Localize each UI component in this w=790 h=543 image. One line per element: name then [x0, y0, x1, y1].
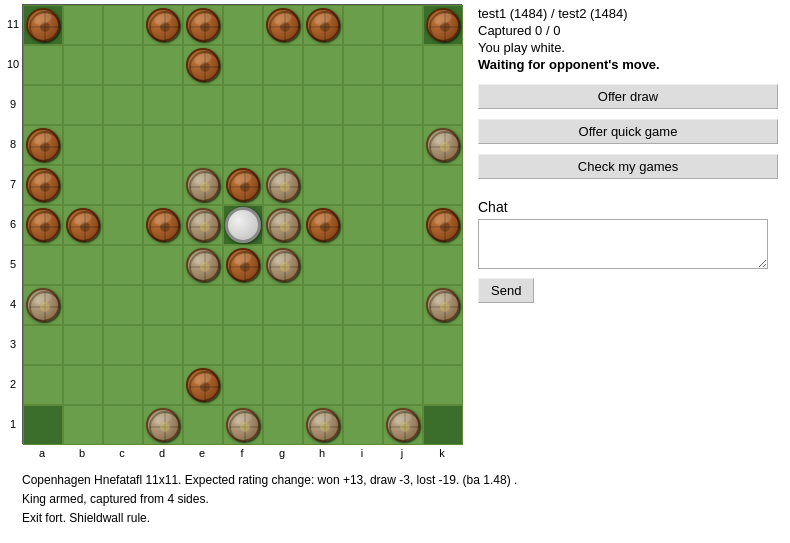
cell-0-8[interactable] [343, 5, 383, 45]
cell-5-6[interactable] [263, 205, 303, 245]
cell-7-5[interactable] [223, 285, 263, 325]
cell-4-6[interactable] [263, 165, 303, 205]
cell-8-7[interactable] [303, 325, 343, 365]
cell-10-5[interactable] [223, 405, 263, 445]
cell-2-3[interactable] [143, 85, 183, 125]
cell-10-4[interactable] [183, 405, 223, 445]
cell-1-10[interactable] [423, 45, 463, 85]
cell-1-7[interactable] [303, 45, 343, 85]
cell-5-7[interactable] [303, 205, 343, 245]
cell-0-7[interactable] [303, 5, 343, 45]
cell-6-7[interactable] [303, 245, 343, 285]
cell-7-2[interactable] [103, 285, 143, 325]
cell-3-10[interactable] [423, 125, 463, 165]
cell-9-8[interactable] [343, 365, 383, 405]
cell-3-1[interactable] [63, 125, 103, 165]
cell-1-1[interactable] [63, 45, 103, 85]
cell-1-0[interactable] [23, 45, 63, 85]
cell-4-10[interactable] [423, 165, 463, 205]
cell-8-0[interactable] [23, 325, 63, 365]
cell-4-2[interactable] [103, 165, 143, 205]
cell-4-5[interactable] [223, 165, 263, 205]
cell-8-6[interactable] [263, 325, 303, 365]
cell-10-6[interactable] [263, 405, 303, 445]
cell-3-8[interactable] [343, 125, 383, 165]
cell-3-2[interactable] [103, 125, 143, 165]
cell-8-9[interactable] [383, 325, 423, 365]
cell-4-0[interactable] [23, 165, 63, 205]
cell-6-6[interactable] [263, 245, 303, 285]
cell-7-10[interactable] [423, 285, 463, 325]
cell-6-2[interactable] [103, 245, 143, 285]
cell-3-7[interactable] [303, 125, 343, 165]
offer-draw-button[interactable]: Offer draw [478, 84, 778, 109]
cell-0-2[interactable] [103, 5, 143, 45]
cell-5-9[interactable] [383, 205, 423, 245]
cell-7-1[interactable] [63, 285, 103, 325]
cell-7-3[interactable] [143, 285, 183, 325]
cell-9-0[interactable] [23, 365, 63, 405]
cell-0-9[interactable] [383, 5, 423, 45]
cell-1-5[interactable] [223, 45, 263, 85]
cell-9-9[interactable] [383, 365, 423, 405]
cell-3-3[interactable] [143, 125, 183, 165]
cell-6-4[interactable] [183, 245, 223, 285]
cell-7-4[interactable] [183, 285, 223, 325]
send-button[interactable]: Send [478, 278, 534, 303]
cell-4-7[interactable] [303, 165, 343, 205]
cell-8-1[interactable] [63, 325, 103, 365]
cell-10-9[interactable] [383, 405, 423, 445]
cell-6-5[interactable] [223, 245, 263, 285]
cell-10-8[interactable] [343, 405, 383, 445]
board-grid[interactable] [22, 4, 462, 444]
cell-2-7[interactable] [303, 85, 343, 125]
cell-5-0[interactable] [23, 205, 63, 245]
cell-1-8[interactable] [343, 45, 383, 85]
cell-1-2[interactable] [103, 45, 143, 85]
cell-10-2[interactable] [103, 405, 143, 445]
cell-2-6[interactable] [263, 85, 303, 125]
cell-7-8[interactable] [343, 285, 383, 325]
cell-1-9[interactable] [383, 45, 423, 85]
cell-7-9[interactable] [383, 285, 423, 325]
cell-4-3[interactable] [143, 165, 183, 205]
cell-1-6[interactable] [263, 45, 303, 85]
cell-6-0[interactable] [23, 245, 63, 285]
cell-9-10[interactable] [423, 365, 463, 405]
cell-4-9[interactable] [383, 165, 423, 205]
cell-10-0[interactable] [23, 405, 63, 445]
cell-9-1[interactable] [63, 365, 103, 405]
cell-8-10[interactable] [423, 325, 463, 365]
cell-2-0[interactable] [23, 85, 63, 125]
cell-6-3[interactable] [143, 245, 183, 285]
cell-9-3[interactable] [143, 365, 183, 405]
cell-0-3[interactable] [143, 5, 183, 45]
cell-5-1[interactable] [63, 205, 103, 245]
cell-8-3[interactable] [143, 325, 183, 365]
cell-9-5[interactable] [223, 365, 263, 405]
offer-quick-game-button[interactable]: Offer quick game [478, 119, 778, 144]
cell-9-6[interactable] [263, 365, 303, 405]
cell-0-4[interactable] [183, 5, 223, 45]
cell-4-4[interactable] [183, 165, 223, 205]
cell-8-2[interactable] [103, 325, 143, 365]
cell-6-1[interactable] [63, 245, 103, 285]
cell-2-8[interactable] [343, 85, 383, 125]
cell-5-3[interactable] [143, 205, 183, 245]
cell-9-4[interactable] [183, 365, 223, 405]
cell-2-10[interactable] [423, 85, 463, 125]
cell-1-4[interactable] [183, 45, 223, 85]
cell-0-1[interactable] [63, 5, 103, 45]
cell-2-1[interactable] [63, 85, 103, 125]
cell-2-9[interactable] [383, 85, 423, 125]
cell-3-9[interactable] [383, 125, 423, 165]
cell-3-5[interactable] [223, 125, 263, 165]
cell-2-4[interactable] [183, 85, 223, 125]
cell-5-2[interactable] [103, 205, 143, 245]
chat-input[interactable] [478, 219, 768, 269]
cell-8-8[interactable] [343, 325, 383, 365]
cell-10-7[interactable] [303, 405, 343, 445]
cell-9-7[interactable] [303, 365, 343, 405]
cell-6-10[interactable] [423, 245, 463, 285]
cell-7-7[interactable] [303, 285, 343, 325]
